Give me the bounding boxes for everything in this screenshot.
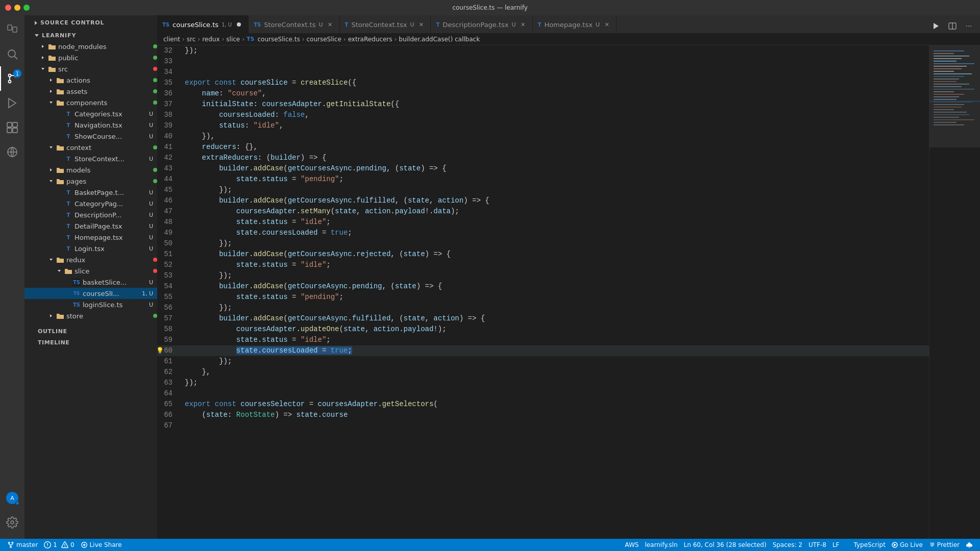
tree-item-assets[interactable]: assets	[24, 86, 157, 97]
line-content[interactable]: initialState: coursesAdapter.getInitialS…	[183, 99, 929, 110]
breadcrumb-slice[interactable]: slice	[226, 36, 240, 43]
line-content[interactable]: coursesAdapter.setMany(state, action.pay…	[183, 206, 929, 217]
tab-close-button[interactable]: ✕	[417, 20, 425, 29]
line-content[interactable]: state.status = "idle";	[183, 335, 929, 345]
learnify-header[interactable]: LEARNIFY	[24, 28, 157, 41]
tab-homepage[interactable]: T Homepage.tsx U ✕	[533, 15, 617, 33]
run-debug-button[interactable]	[929, 19, 943, 33]
close-button[interactable]	[5, 5, 11, 11]
tree-item-login[interactable]: T Login.tsx U	[24, 243, 157, 254]
breadcrumb-client[interactable]: client	[163, 36, 180, 43]
status-aws[interactable]: AWS	[622, 539, 642, 551]
tree-item-categories[interactable]: T Categories.tsx U	[24, 108, 157, 119]
tab-descriptionpage[interactable]: T DescriptionPage.tsx U ✕	[431, 15, 532, 33]
line-content[interactable]	[183, 56, 929, 67]
tree-item-basketpage[interactable]: T BasketPage.t... U	[24, 187, 157, 198]
activity-item-extensions[interactable]	[0, 115, 24, 140]
tree-item-courseslice[interactable]: TS courseSlI... 1, U	[24, 288, 157, 299]
tree-item-basketslice[interactable]: TS basketSlice... U	[24, 277, 157, 288]
tree-item-store[interactable]: store	[24, 310, 157, 321]
status-spaces[interactable]: Spaces: 2	[770, 539, 805, 551]
activity-item-run[interactable]	[0, 91, 24, 115]
line-content[interactable]: });	[183, 303, 929, 313]
status-prettier[interactable]: Prettier	[926, 539, 963, 551]
tree-item-models[interactable]: models	[24, 164, 157, 176]
line-content[interactable]: reducers: {},	[183, 142, 929, 153]
line-content[interactable]	[183, 420, 929, 431]
tree-item-node-modules[interactable]: node_modules	[24, 41, 157, 52]
tree-item-pages[interactable]: pages	[24, 176, 157, 187]
line-content[interactable]: }),	[183, 131, 929, 142]
line-content[interactable]: });	[183, 270, 929, 281]
line-content[interactable]: extraReducers: (builder) => {	[183, 153, 929, 163]
tree-item-categorypage[interactable]: T CategoryPag... U	[24, 198, 157, 209]
line-content[interactable]: state.status = "pending";	[183, 292, 929, 303]
tab-storecontext-tsx[interactable]: T StoreContext.tsx U ✕	[340, 15, 431, 33]
tree-item-redux[interactable]: redux	[24, 254, 157, 265]
line-content[interactable]: name: "course",	[183, 88, 929, 99]
tree-item-loginslice[interactable]: TS loginSlice.ts U	[24, 299, 157, 310]
breadcrumb-file[interactable]: courseSlice.ts	[257, 36, 300, 43]
line-content[interactable]: export const courseSlice = createSlice({	[183, 78, 929, 88]
window-controls[interactable]	[5, 5, 30, 11]
minimize-button[interactable]	[14, 5, 20, 11]
line-content[interactable]: state.status = "idle";	[183, 260, 929, 270]
more-actions-button[interactable]: ···	[962, 19, 976, 33]
line-content[interactable]: });	[183, 185, 929, 195]
line-content[interactable]: builder.addCase(getCourseAsync.pending, …	[183, 281, 929, 292]
maximize-button[interactable]	[23, 5, 30, 11]
tree-item-navigation[interactable]: T Navigation.tsx U	[24, 119, 157, 131]
line-content[interactable]: builder.addCase(getCoursesAsync.pending,…	[183, 163, 929, 174]
tab-storecontext[interactable]: TS StoreContext.ts U ✕	[249, 15, 339, 33]
status-errors[interactable]: 1 0	[41, 539, 77, 551]
line-content[interactable]: (state: RootState) => state.course	[183, 410, 929, 420]
activity-item-account[interactable]: A	[0, 486, 24, 510]
source-control-header[interactable]: SOURCE CONTROL	[24, 15, 157, 28]
line-content[interactable]: state.status = "idle";	[183, 217, 929, 228]
activity-item-remote[interactable]	[0, 140, 24, 164]
line-content[interactable]: status: "idle",	[183, 120, 929, 131]
status-position[interactable]: Ln 60, Col 36 (28 selected)	[681, 539, 770, 551]
status-liveshare[interactable]: Live Share	[78, 539, 125, 551]
status-golive[interactable]: Go Live	[889, 539, 926, 551]
status-language[interactable]: TypeScript	[843, 539, 889, 551]
tree-item-homepage[interactable]: T Homepage.tsx U	[24, 232, 157, 243]
tree-item-src[interactable]: src	[24, 63, 157, 74]
timeline-section-header[interactable]: TIMELINE	[24, 337, 157, 348]
tab-close-button[interactable]: ✕	[519, 20, 527, 29]
line-content[interactable]: });	[183, 378, 929, 388]
tree-item-storecontext[interactable]: T StoreContext... U	[24, 153, 157, 164]
line-content[interactable]: export const coursesSelector = coursesAd…	[183, 399, 929, 410]
tree-item-descriptionpage[interactable]: T DescriptionP... U	[24, 209, 157, 220]
outline-section-header[interactable]: OUTLINE	[24, 325, 157, 337]
line-content[interactable]: });	[183, 45, 929, 56]
activity-item-settings[interactable]	[0, 510, 24, 535]
line-content[interactable]: builder.addCase(getCoursesAsync.fulfille…	[183, 195, 929, 206]
line-content[interactable]: state.coursesLoaded = true;	[183, 228, 929, 238]
split-editor-button[interactable]	[945, 19, 960, 33]
breadcrumb-redux[interactable]: redux	[202, 36, 219, 43]
status-eol[interactable]: LF	[829, 539, 843, 551]
breadcrumb-src[interactable]: src	[187, 36, 196, 43]
light-bulb-icon[interactable]: 💡	[157, 346, 164, 357]
line-content[interactable]	[183, 67, 929, 78]
tree-item-context[interactable]: context	[24, 142, 157, 153]
tree-item-showcourse[interactable]: T ShowCourse... U	[24, 131, 157, 142]
line-content[interactable]: });	[183, 356, 929, 367]
status-sln[interactable]: learnify.sln	[642, 539, 680, 551]
line-content[interactable]: coursesLoaded: false,	[183, 110, 929, 120]
line-content[interactable]	[183, 388, 929, 399]
tab-close-button[interactable]: ✕	[603, 20, 611, 29]
breadcrumb-symbol1[interactable]: courseSlice	[306, 36, 341, 43]
tree-item-components[interactable]: components	[24, 97, 157, 108]
tree-item-detailpage[interactable]: T DetailPage.tsx U	[24, 220, 157, 232]
line-content[interactable]: builder.addCase(getCourseAsync.fulfilled…	[183, 313, 929, 324]
activity-item-explorer[interactable]	[0, 17, 24, 42]
activity-item-source-control[interactable]: 1	[0, 66, 24, 91]
code-editor[interactable]: 32 }); 33 34 35	[157, 45, 929, 539]
line-content[interactable]: coursesAdapter.updateOne(state, action.p…	[183, 324, 929, 335]
line-content[interactable]: },	[183, 367, 929, 378]
tree-item-slice[interactable]: slice	[24, 265, 157, 277]
line-content[interactable]: state.status = "pending";	[183, 174, 929, 185]
status-branch[interactable]: master	[4, 539, 41, 551]
